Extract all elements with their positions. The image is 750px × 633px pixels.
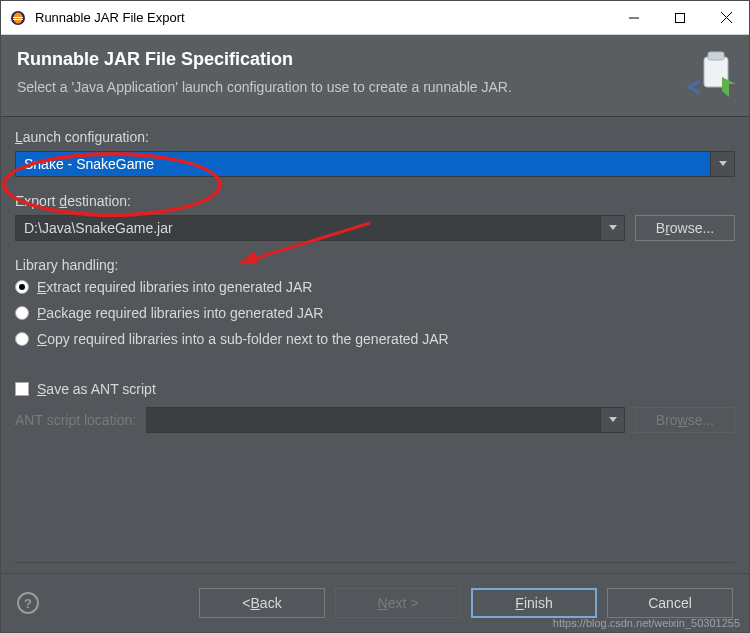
jar-export-icon [684, 49, 739, 104]
launch-config-label: Launch configuration: [15, 129, 735, 145]
radio-label: Package required libraries into generate… [37, 305, 323, 321]
ant-location-input [146, 407, 601, 433]
svg-marker-11 [722, 77, 736, 97]
save-ant-script-row[interactable]: Save as ANT script [15, 381, 735, 397]
chevron-down-icon [609, 225, 617, 230]
radio-copy[interactable]: Copy required libraries into a sub-folde… [15, 331, 735, 347]
back-button[interactable]: < Back [199, 588, 325, 618]
titlebar[interactable]: Runnable JAR File Export [1, 1, 749, 35]
ant-browse-button: Browse... [635, 407, 735, 433]
divider [15, 562, 735, 563]
ant-script-label: Save as ANT script [37, 381, 156, 397]
ant-location-dropdown-button [601, 407, 625, 433]
export-dialog: Runnable JAR File Export Runnable JAR Fi… [0, 0, 750, 633]
maximize-button[interactable] [657, 1, 703, 34]
svg-rect-9 [708, 52, 724, 60]
dialog-header: Runnable JAR File Specification Select a… [1, 35, 749, 117]
svg-rect-2 [13, 17, 23, 18]
launch-config-combo[interactable]: Snake - SnakeGame [15, 151, 735, 177]
launch-config-value[interactable]: Snake - SnakeGame [15, 151, 711, 177]
radio-icon [15, 280, 29, 294]
cancel-button[interactable]: Cancel [607, 588, 733, 618]
browse-button[interactable]: Browse... [635, 215, 735, 241]
radio-label: Copy required libraries into a sub-folde… [37, 331, 449, 347]
page-description: Select a 'Java Application' launch confi… [17, 78, 657, 98]
checkbox-icon [15, 382, 29, 396]
close-button[interactable] [703, 1, 749, 34]
help-button[interactable]: ? [17, 592, 39, 614]
radio-icon [15, 332, 29, 346]
export-dest-combo[interactable]: D:\Java\SnakeGame.jar [15, 215, 625, 241]
export-dest-label: Export destination: [15, 193, 735, 209]
radio-package[interactable]: Package required libraries into generate… [15, 305, 735, 321]
window-controls [611, 1, 749, 34]
launch-config-dropdown-button[interactable] [711, 151, 735, 177]
ant-location-combo [146, 407, 625, 433]
minimize-button[interactable] [611, 1, 657, 34]
export-dest-value[interactable]: D:\Java\SnakeGame.jar [15, 215, 601, 241]
svg-rect-5 [676, 13, 685, 22]
export-dest-dropdown-button[interactable] [601, 215, 625, 241]
svg-rect-3 [13, 19, 23, 20]
dialog-body: Launch configuration: Snake - SnakeGame … [1, 117, 749, 573]
library-handling-label: Library handling: [15, 257, 735, 273]
eclipse-icon [9, 9, 27, 27]
finish-button[interactable]: Finish [471, 588, 597, 618]
page-title: Runnable JAR File Specification [17, 49, 733, 70]
radio-icon [15, 306, 29, 320]
radio-extract[interactable]: Extract required libraries into generate… [15, 279, 735, 295]
ant-location-label: ANT script location: [15, 412, 136, 428]
chevron-down-icon [719, 161, 727, 166]
svg-marker-10 [686, 79, 700, 95]
next-button: Next > [335, 588, 461, 618]
window-title: Runnable JAR File Export [35, 10, 611, 25]
radio-label: Extract required libraries into generate… [37, 279, 312, 295]
library-handling-group: Extract required libraries into generate… [15, 279, 735, 357]
chevron-down-icon [609, 417, 617, 422]
watermark: https://blog.csdn.net/weixin_50301255 [553, 617, 740, 629]
